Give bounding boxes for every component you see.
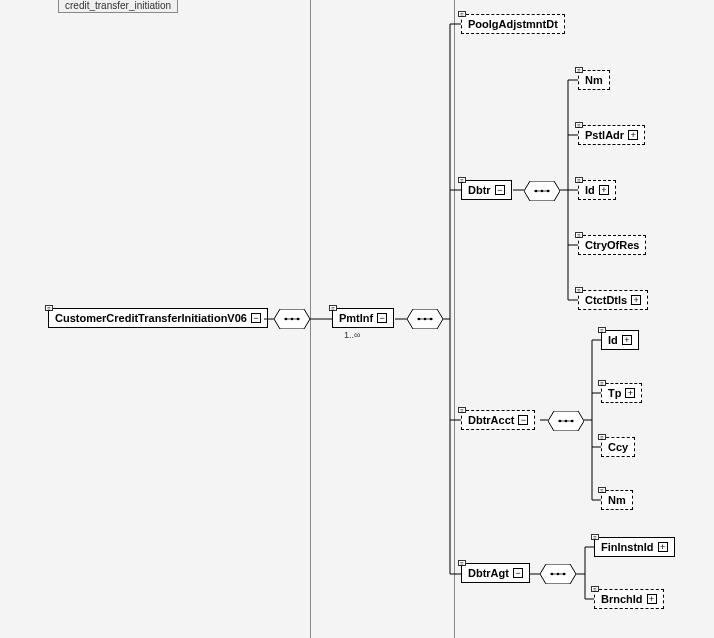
element-icon: ≡	[458, 11, 466, 17]
node-dbtr[interactable]: ≡ Dbtr −	[461, 180, 512, 200]
node-label: BrnchId	[601, 593, 643, 605]
node-label: Ccy	[608, 441, 628, 453]
expand-icon[interactable]: +	[647, 594, 657, 604]
element-icon: ≡	[575, 67, 583, 73]
sequence-connector	[540, 564, 576, 584]
node-label: Tp	[608, 387, 621, 399]
node-customer-credit-transfer[interactable]: ≡ CustomerCreditTransferInitiationV06 −	[48, 308, 268, 328]
expand-icon[interactable]: +	[599, 185, 609, 195]
sequence-connector	[524, 181, 560, 201]
node-label: Id	[585, 184, 595, 196]
node-label: CtryOfRes	[585, 239, 639, 251]
element-icon: ≡	[598, 327, 606, 333]
node-label: PstlAdr	[585, 129, 624, 141]
node-dbtr-nm[interactable]: ≡ Nm	[578, 70, 610, 90]
expand-icon[interactable]: +	[658, 542, 668, 552]
element-icon: ≡	[329, 305, 337, 311]
collapse-icon[interactable]: −	[251, 313, 261, 323]
node-dbtracct-tp[interactable]: ≡ Tp +	[601, 383, 642, 403]
collapse-icon[interactable]: −	[495, 185, 505, 195]
element-icon: ≡	[458, 407, 466, 413]
occurrence-label: 1..∞	[344, 330, 360, 340]
collapse-icon[interactable]: −	[513, 568, 523, 578]
collapse-icon[interactable]: −	[377, 313, 387, 323]
node-label: DbtrAgt	[468, 567, 509, 579]
node-dbtragt[interactable]: ≡ DbtrAgt −	[461, 563, 530, 583]
node-label: Nm	[608, 494, 626, 506]
node-dbtracct-id[interactable]: ≡ Id +	[601, 330, 639, 350]
node-label: CtctDtls	[585, 294, 627, 306]
node-dbtracct-nm[interactable]: ≡ Nm	[601, 490, 633, 510]
sequence-connector	[407, 309, 443, 329]
expand-icon[interactable]: +	[631, 295, 641, 305]
element-icon: ≡	[458, 560, 466, 566]
node-label: Id	[608, 334, 618, 346]
node-dbtracct[interactable]: ≡ DbtrAcct −	[461, 410, 535, 430]
node-poolgadjstmntdt[interactable]: ≡ PoolgAdjstmntDt	[461, 14, 565, 34]
vertical-divider	[454, 0, 455, 638]
element-icon: ≡	[45, 305, 53, 311]
node-dbtr-ctryofres[interactable]: ≡ CtryOfRes	[578, 235, 646, 255]
node-label: PmtInf	[339, 312, 373, 324]
node-dbtracct-ccy[interactable]: ≡ Ccy	[601, 437, 635, 457]
node-dbtragt-fininstnid[interactable]: ≡ FinInstnId +	[594, 537, 675, 557]
node-label: CustomerCreditTransferInitiationV06	[55, 312, 247, 324]
element-icon: ≡	[575, 122, 583, 128]
node-label: Dbtr	[468, 184, 491, 196]
expand-icon[interactable]: +	[625, 388, 635, 398]
element-icon: ≡	[575, 232, 583, 238]
node-dbtragt-brnchid[interactable]: ≡ BrnchId +	[594, 589, 664, 609]
node-dbtr-ctctdtls[interactable]: ≡ CtctDtls +	[578, 290, 648, 310]
sequence-connector	[274, 309, 310, 329]
node-pmtinf[interactable]: ≡ PmtInf −	[332, 308, 394, 328]
expand-icon[interactable]: +	[628, 130, 638, 140]
element-icon: ≡	[575, 177, 583, 183]
element-icon: ≡	[458, 177, 466, 183]
node-label: DbtrAcct	[468, 414, 514, 426]
node-label: Nm	[585, 74, 603, 86]
element-icon: ≡	[591, 534, 599, 540]
node-dbtr-pstladr[interactable]: ≡ PstlAdr +	[578, 125, 645, 145]
node-dbtr-id[interactable]: ≡ Id +	[578, 180, 616, 200]
sequence-connector	[548, 411, 584, 431]
element-icon: ≡	[598, 487, 606, 493]
vertical-divider	[310, 0, 311, 638]
document-tab[interactable]: credit_transfer_initiation	[58, 0, 178, 13]
element-icon: ≡	[598, 434, 606, 440]
expand-icon[interactable]: +	[622, 335, 632, 345]
element-icon: ≡	[591, 586, 599, 592]
element-icon: ≡	[575, 287, 583, 293]
node-label: PoolgAdjstmntDt	[468, 18, 558, 30]
element-icon: ≡	[598, 380, 606, 386]
collapse-icon[interactable]: −	[518, 415, 528, 425]
node-label: FinInstnId	[601, 541, 654, 553]
